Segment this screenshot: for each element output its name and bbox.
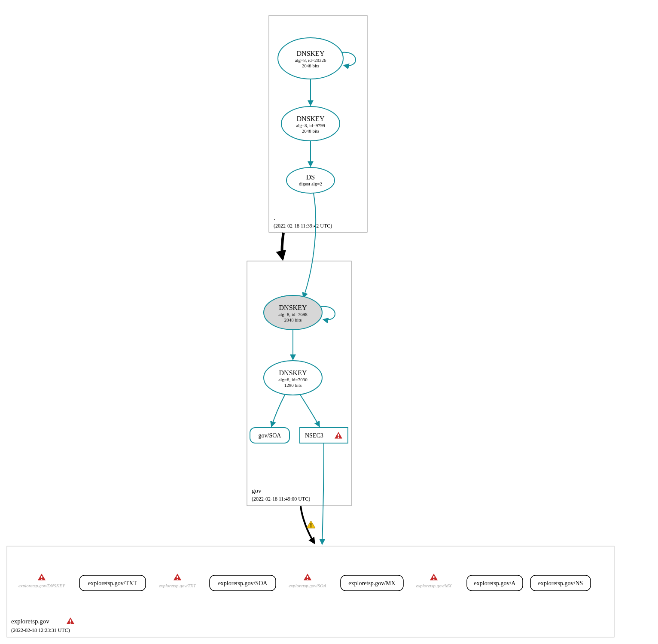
leaf-txt-faint[interactable]: exploretsp.gov/TXT (159, 573, 196, 588)
leaf-txt-box[interactable]: exploretsp.gov/TXT (79, 575, 146, 591)
gov-soa-node[interactable]: gov/SOA (250, 428, 289, 443)
zone-leaf-time: (2022-02-18 12:23:31 UTC) (11, 627, 70, 633)
zone-root-name: . (274, 214, 275, 221)
root-ksk-selfloop (342, 52, 356, 66)
leaf-dnskey-faint[interactable]: exploretsp.gov/DNSKEY (18, 573, 66, 588)
gov-ksk-l1: alg=8, id=7698 (278, 312, 308, 317)
root-ksk-node[interactable]: DNSKEY alg=8, id=20326 2048 bits (278, 38, 343, 79)
svg-text:exploretsp.gov/DNSKEY: exploretsp.gov/DNSKEY (18, 583, 66, 588)
gov-zsk-node[interactable]: DNSKEY alg=8, id=7030 1280 bits (264, 361, 322, 395)
root-zsk-l2: 2048 bits (302, 128, 320, 134)
root-ksk-l1: alg=8, id=20326 (295, 58, 326, 63)
root-ds-l1: digest alg=2 (299, 181, 322, 186)
zone-gov-time: (2022-02-18 11:49:00 UTC) (252, 496, 310, 502)
zone-leaf-name: exploretsp.gov (11, 618, 49, 625)
zone-root-time: (2022-02-18 11:39:42 UTC) (274, 223, 332, 229)
root-ds-node[interactable]: DS digest alg=2 (286, 167, 335, 193)
svg-text:exploretsp.gov/MX: exploretsp.gov/MX (416, 583, 452, 588)
edge-govzsk-govsoa (271, 394, 285, 427)
edge-govnsec3-leaf (322, 444, 324, 544)
root-zsk-l1: alg=8, id=9799 (296, 123, 325, 128)
svg-text:exploretsp.gov/MX: exploretsp.gov/MX (348, 580, 395, 586)
svg-rect-14 (7, 546, 614, 637)
leaf-mx-box[interactable]: exploretsp.gov/MX (341, 575, 403, 591)
leaf-soa-box[interactable]: exploretsp.gov/SOA (210, 575, 276, 591)
dnssec-diagram: DNSKEY alg=8, id=20326 2048 bits DNSKEY … (0, 0, 658, 644)
leaf-a-box[interactable]: exploretsp.gov/A (467, 575, 523, 591)
gov-soa-label: gov/SOA (259, 432, 282, 439)
error-icon (173, 573, 182, 580)
root-zsk-node[interactable]: DNSKEY alg=8, id=9799 2048 bits (281, 106, 340, 141)
svg-text:exploretsp.gov/A: exploretsp.gov/A (474, 580, 516, 586)
svg-text:exploretsp.gov/TXT: exploretsp.gov/TXT (88, 580, 137, 586)
leaf-mx-faint[interactable]: exploretsp.gov/MX (416, 573, 452, 588)
svg-text:exploretsp.gov/NS: exploretsp.gov/NS (538, 580, 583, 586)
svg-text:exploretsp.gov/TXT: exploretsp.gov/TXT (159, 583, 196, 588)
gov-zsk-l2: 1280 bits (284, 383, 302, 388)
root-ksk-title: DNSKEY (297, 50, 325, 57)
edge-zone-root-gov (282, 233, 283, 259)
root-zsk-title: DNSKEY (297, 115, 325, 122)
leaf-ns-box[interactable]: exploretsp.gov/NS (530, 575, 591, 591)
error-icon (66, 617, 75, 624)
error-icon (430, 573, 438, 580)
gov-zsk-title: DNSKEY (279, 369, 307, 377)
svg-text:exploretsp.gov/SOA: exploretsp.gov/SOA (289, 583, 326, 588)
gov-ksk-title: DNSKEY (279, 304, 307, 311)
gov-ksk-l2: 2048 bits (284, 317, 302, 322)
root-ds-title: DS (306, 173, 315, 181)
error-icon (303, 573, 312, 580)
warning-icon (307, 521, 315, 528)
edge-rootds-govksk (303, 193, 316, 298)
leaf-soa-faint[interactable]: exploretsp.gov/SOA (289, 573, 326, 588)
zone-gov-name: gov (252, 487, 262, 494)
svg-text:exploretsp.gov/SOA: exploretsp.gov/SOA (218, 580, 268, 586)
gov-ksk-node[interactable]: DNSKEY alg=8, id=7698 2048 bits (264, 295, 322, 330)
zone-root: DNSKEY alg=8, id=20326 2048 bits DNSKEY … (269, 15, 367, 232)
edge-govzsk-govnsec3 (300, 394, 320, 427)
gov-ksk-selfloop (321, 307, 335, 320)
zone-gov: DNSKEY alg=8, id=7698 2048 bits DNSKEY a… (247, 261, 351, 506)
gov-nsec3-label: NSEC3 (305, 432, 323, 439)
error-icon (37, 573, 46, 580)
zone-leaf: exploretsp.gov/DNSKEY exploretsp.gov/TXT… (7, 546, 614, 637)
gov-zsk-l1: alg=8, id=7030 (278, 377, 308, 382)
root-ksk-l2: 2048 bits (302, 63, 320, 68)
gov-nsec3-node[interactable]: NSEC3 (300, 428, 348, 443)
